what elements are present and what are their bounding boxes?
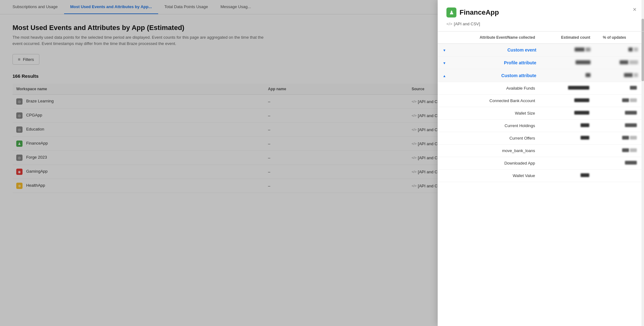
sub-name-cell: move_bank_loans — [451, 145, 541, 157]
category-label[interactable]: Custom event — [507, 47, 536, 52]
sub-chevron — [438, 132, 451, 145]
category-pct-cell — [596, 44, 644, 57]
sub-row: Current Holdings — [438, 120, 644, 132]
sub-name-cell: Current Holdings — [451, 120, 541, 132]
category-row[interactable]: ▼ Profile attribute — [438, 57, 644, 69]
side-panel: × ♟ FinanceApp </> [API and CSV] Attribu… — [438, 0, 644, 326]
panel-app-name: FinanceApp — [460, 8, 499, 17]
panel-app-title: ♟ FinanceApp — [446, 7, 635, 17]
sub-pct-cell — [596, 132, 644, 145]
chevron-up-icon: ▲ — [443, 74, 446, 78]
sub-chevron — [438, 170, 451, 182]
sub-name-cell: Downloaded App — [451, 157, 541, 170]
close-button[interactable]: × — [633, 6, 636, 12]
category-name-cell[interactable]: Profile attribute — [451, 57, 541, 69]
sub-count-cell — [541, 82, 597, 95]
panel-table: Attribute Event/Name collected Estimated… — [438, 32, 644, 182]
sub-chevron — [438, 120, 451, 132]
sub-chevron — [438, 95, 451, 107]
category-count-cell — [541, 44, 597, 57]
sub-chevron — [438, 107, 451, 120]
category-pct-cell — [596, 69, 644, 82]
category-name-cell[interactable]: Custom attribute — [451, 69, 541, 82]
col-expand — [438, 32, 451, 44]
sub-row: Current Offers — [438, 132, 644, 145]
category-count-cell — [541, 69, 597, 82]
chevron-cell[interactable]: ▲ — [438, 69, 451, 82]
category-name-cell[interactable]: Custom event — [451, 44, 541, 57]
category-label[interactable]: Profile attribute — [504, 60, 536, 65]
sub-name-cell: Wallet Size — [451, 107, 541, 120]
sub-row: Wallet Size — [438, 107, 644, 120]
panel-source-tag: </> [API and CSV] — [446, 22, 480, 26]
chevron-down-icon: ▼ — [443, 61, 446, 65]
panel-source-text: [API and CSV] — [454, 22, 480, 26]
sub-row: move_bank_loans — [438, 145, 644, 157]
sub-count-cell — [541, 107, 597, 120]
sub-count-cell — [541, 157, 597, 170]
sub-row: Downloaded App — [438, 157, 644, 170]
category-pct-cell — [596, 57, 644, 69]
sub-count-cell — [541, 120, 597, 132]
sub-count-cell — [541, 132, 597, 145]
side-panel-body: Attribute Event/Name collected Estimated… — [438, 32, 644, 326]
sub-chevron — [438, 145, 451, 157]
sub-count-cell — [541, 170, 597, 182]
sub-name-cell: Connected Bank Account — [451, 95, 541, 107]
sub-pct-cell — [596, 107, 644, 120]
side-panel-header: × ♟ FinanceApp </> [API and CSV] — [438, 0, 644, 32]
sub-name-cell: Wallet Value — [451, 170, 541, 182]
sub-count-cell — [541, 95, 597, 107]
category-count-cell — [541, 57, 597, 69]
chevron-cell[interactable]: ▼ — [438, 57, 451, 69]
category-label[interactable]: Custom attribute — [501, 73, 536, 78]
sub-pct-cell — [596, 82, 644, 95]
source-code-icon: </> — [446, 22, 452, 26]
col-count: Estimated count — [541, 32, 597, 44]
sub-pct-cell — [596, 120, 644, 132]
sub-name-cell: Available Funds — [451, 82, 541, 95]
sub-pct-cell — [596, 95, 644, 107]
sub-count-cell — [541, 145, 597, 157]
sub-pct-cell — [596, 157, 644, 170]
sub-pct-cell — [596, 170, 644, 182]
sub-chevron — [438, 157, 451, 170]
sub-row: Connected Bank Account — [438, 95, 644, 107]
sub-chevron — [438, 82, 451, 95]
sub-pct-cell — [596, 145, 644, 157]
col-percent: % of updates — [596, 32, 644, 44]
category-row[interactable]: ▲ Custom attribute — [438, 69, 644, 82]
sub-row: Available Funds — [438, 82, 644, 95]
category-row[interactable]: ▼ Custom event — [438, 44, 644, 57]
app-container: Subscriptions and Usage Most Used Events… — [0, 0, 644, 326]
scrollbar-track[interactable] — [641, 0, 644, 326]
col-attribute: Attribute Event/Name collected — [451, 32, 541, 44]
sub-row: Wallet Value — [438, 170, 644, 182]
sub-name-cell: Current Offers — [451, 132, 541, 145]
chevron-down-icon: ▼ — [443, 48, 446, 52]
panel-app-icon: ♟ — [446, 7, 456, 17]
chevron-cell[interactable]: ▼ — [438, 44, 451, 57]
